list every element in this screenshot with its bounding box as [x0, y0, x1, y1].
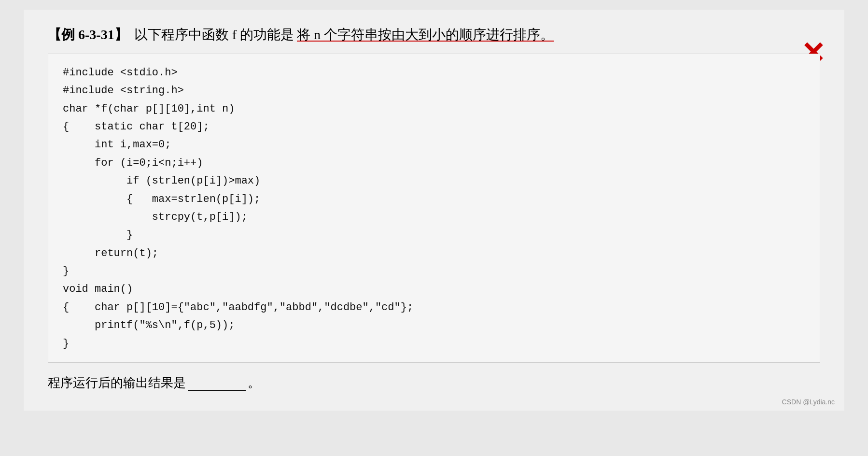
- code-line-3: char *f(char p[][10],int n): [63, 100, 805, 118]
- answer-blank: [188, 375, 246, 391]
- code-line-16: }: [63, 335, 805, 353]
- code-line-2: #include <string.h>: [63, 82, 805, 100]
- question-title: 【例 6-3-31】 以下程序中函数 f 的功能是 将 n 个字符串按由大到小的…: [48, 24, 820, 46]
- footer-period: 。: [248, 374, 260, 391]
- question-description-prefix: 以下程序中函数 f 的功能是: [131, 24, 294, 46]
- footer-text: 程序运行后的输出结果是: [48, 374, 186, 391]
- page-container: 【例 6-3-31】 以下程序中函数 f 的功能是 将 n 个字符串按由大到小的…: [24, 10, 844, 411]
- question-footer: 程序运行后的输出结果是 。: [48, 374, 820, 391]
- code-line-15: printf("%s\n",f(p,5));: [63, 316, 805, 334]
- question-description-underlined: 将 n 个字符串按由大到小的顺序进行排序。: [297, 24, 554, 46]
- code-line-9: strcpy(t,p[i]);: [63, 208, 805, 226]
- code-line-14: { char p[][10]={"abc","aabdfg","abbd","d…: [63, 299, 805, 316]
- code-block: #include <stdio.h> #include <string.h> c…: [48, 54, 820, 363]
- code-line-11: return(t);: [63, 244, 805, 262]
- code-line-10: }: [63, 226, 805, 244]
- code-line-13: void main(): [63, 280, 805, 298]
- code-line-4: { static char t[20];: [63, 118, 805, 136]
- code-line-1: #include <stdio.h>: [63, 64, 805, 82]
- code-line-8: { max=strlen(p[i]);: [63, 190, 805, 208]
- code-line-12: }: [63, 262, 805, 280]
- code-line-6: for (i=0;i<n;i++): [63, 154, 805, 172]
- code-line-5: int i,max=0;: [63, 136, 805, 154]
- watermark: CSDN @Lydia.nc: [782, 398, 835, 406]
- code-line-7: if (strlen(p[i])>max): [63, 172, 805, 190]
- question-label: 【例 6-3-31】: [48, 24, 128, 46]
